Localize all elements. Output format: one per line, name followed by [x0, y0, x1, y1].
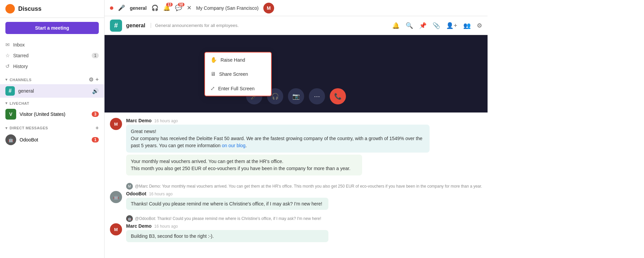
- livechat-label: LIVECHAT: [10, 101, 29, 105]
- user-avatar[interactable]: M: [263, 3, 274, 13]
- app-icon: [5, 4, 15, 13]
- pin-icon[interactable]: 📌: [419, 22, 427, 29]
- sidebar-header: Discuss: [0, 0, 104, 18]
- message-group-2: 🤖 OdooBot 16 hours ago Thanks! Could you…: [110, 191, 482, 210]
- message-bubble-1b: Your monthly meal vouchers arrived. You …: [126, 155, 362, 175]
- notifications-badge: 13: [166, 3, 173, 6]
- channel-mute-icon[interactable]: 🔊: [92, 88, 99, 94]
- channel-description: General announcements for all employees.: [151, 23, 239, 28]
- inbox-label: Inbox: [13, 42, 25, 47]
- channel-general-name: general: [18, 88, 34, 94]
- reply-preview-marc2: 🤖 @OdooBot: Thanks! Could you please rem…: [110, 215, 482, 222]
- message-header-1: Marc Demo 16 hours ago: [126, 118, 482, 123]
- message-author-3: Marc Demo: [126, 223, 151, 229]
- message-author-2: OdooBot: [126, 191, 146, 196]
- channel-hash-icon: #: [5, 86, 15, 96]
- message-header-3: Marc Demo 16 hours ago: [126, 223, 482, 229]
- sidebar: Discuss Start a meeting ✉ Inbox ☆ Starre…: [0, 0, 105, 258]
- raise-hand-label: Raise Hand: [221, 57, 245, 63]
- start-meeting-button[interactable]: Start a meeting: [5, 22, 99, 34]
- global-topbar: 🎤 general 🎧 🔔13 💬58 ✕ My Company (San Fr…: [105, 0, 488, 16]
- blog-link[interactable]: on our blog: [222, 143, 245, 148]
- reply-avatar-odoobot: 🤖: [126, 215, 133, 222]
- microphone-icon[interactable]: 🎤: [118, 4, 125, 11]
- reply-preview-text: M @Marc Demo: Your monthly meal vouchers…: [126, 183, 482, 190]
- sidebar-nav: ✉ Inbox ☆ Starred 1 ↺ History: [0, 38, 104, 73]
- history-label: History: [13, 64, 28, 69]
- channels-label: CHANNELS: [10, 78, 32, 82]
- history-icon: ↺: [5, 63, 10, 69]
- visitor-avatar: V: [5, 109, 16, 120]
- sidebar-item-inbox[interactable]: ✉ Inbox: [0, 39, 104, 50]
- odoobot-avatar: 🤖: [5, 134, 16, 145]
- channels-settings-icon[interactable]: ⚙: [89, 76, 94, 83]
- messages-badge: 58: [178, 3, 184, 6]
- channels-add-icon[interactable]: +: [95, 76, 99, 83]
- message-bubble-3: Building B3, second floor to the right :…: [126, 230, 328, 242]
- share-screen-item[interactable]: 🖥 Share Screen: [205, 67, 271, 81]
- notification-bell-icon[interactable]: 🔔: [392, 22, 400, 29]
- messages-area: M Marc Demo 16 hours ago Great news! Our…: [105, 112, 488, 258]
- reply-text-odoobot: @Marc Demo: Your monthly meal vouchers a…: [135, 184, 482, 189]
- channels-chevron[interactable]: ▾: [5, 77, 8, 82]
- close-call-icon[interactable]: ✕: [187, 4, 192, 11]
- message-time-2: 16 hours ago: [149, 192, 173, 196]
- attachment-icon[interactable]: 📎: [433, 22, 440, 29]
- visitor-badge: 3: [92, 111, 99, 117]
- sidebar-item-history[interactable]: ↺ History: [0, 61, 104, 72]
- messages-icon[interactable]: 💬58: [175, 4, 182, 11]
- livechat-chevron[interactable]: ▾: [5, 101, 8, 105]
- notifications-icon[interactable]: 🔔13: [163, 4, 170, 11]
- end-call-button[interactable]: 📞: [330, 88, 346, 104]
- marc-avatar-1: M: [110, 118, 122, 130]
- video-area: 🎤 🎧 📷 ⋯ 📞 ✋ Raise Hand: [105, 35, 488, 112]
- camera-icon: 📷: [292, 93, 300, 100]
- more-options-button[interactable]: ⋯: [309, 88, 325, 104]
- odoobot-avatar-msg: 🤖: [110, 191, 122, 203]
- marc-avatar-3: M: [110, 223, 122, 235]
- settings-icon[interactable]: ⚙: [477, 22, 482, 29]
- message-bubble-1a: Great news! Our company has received the…: [126, 125, 430, 153]
- enter-full-screen-item[interactable]: ⤢ Enter Full Screen: [205, 81, 271, 96]
- livechat-item-visitor[interactable]: V Visitor (United States) 3: [0, 107, 104, 122]
- reply-text-marc2: @OdooBot: Thanks! Could you please remin…: [135, 216, 321, 221]
- channel-item-general[interactable]: # general 🔊: [0, 84, 104, 98]
- app-title: Discuss: [18, 5, 41, 12]
- dm-add-icon[interactable]: +: [95, 125, 99, 131]
- message-group-1: M Marc Demo 16 hours ago Great news! Our…: [110, 118, 482, 178]
- message-time-1: 16 hours ago: [154, 119, 178, 123]
- sidebar-item-starred[interactable]: ☆ Starred 1: [0, 50, 104, 61]
- dm-actions: +: [95, 125, 99, 131]
- status-dot: [110, 6, 113, 10]
- starred-badge: 1: [92, 53, 99, 58]
- visitor-name: Visitor (United States): [20, 111, 65, 117]
- dropdown-menu: ✋ Raise Hand 🖥 Share Screen ⤢ Enter Full…: [204, 52, 272, 96]
- raise-hand-icon: ✋: [210, 57, 217, 63]
- channel-icon: #: [110, 20, 122, 32]
- livechat-section-header: ▾ LIVECHAT: [0, 98, 104, 107]
- message-content-3: Marc Demo 16 hours ago Building B3, seco…: [126, 223, 482, 242]
- more-icon: ⋯: [314, 93, 320, 100]
- reply-preview-odoobot: M @Marc Demo: Your monthly meal vouchers…: [110, 183, 482, 190]
- dm-item-odoobot[interactable]: 🤖 OdooBot 1: [0, 132, 104, 147]
- reply-avatar-marc: M: [126, 183, 133, 190]
- full-screen-label: Enter Full Screen: [218, 86, 255, 91]
- starred-label: Starred: [13, 53, 29, 58]
- inbox-icon: ✉: [5, 42, 10, 48]
- share-screen-label: Share Screen: [219, 71, 248, 77]
- content-area: 🎤 general 🎧 🔔13 💬58 ✕ My Company (San Fr…: [105, 0, 488, 258]
- add-user-icon[interactable]: 👤+: [446, 22, 457, 29]
- company-name: My Company (San Francisco): [196, 5, 259, 11]
- search-icon[interactable]: 🔍: [406, 22, 413, 29]
- raise-hand-item[interactable]: ✋ Raise Hand: [205, 53, 271, 67]
- odoobot-name: OdooBot: [20, 137, 38, 142]
- dm-section-header: ▾ DIRECT MESSAGES +: [0, 122, 104, 132]
- channel-topbar: # general General announcements for all …: [105, 16, 488, 35]
- members-icon[interactable]: 👥: [463, 22, 471, 29]
- message-content-2: OdooBot 16 hours ago Thanks! Could you p…: [126, 191, 482, 210]
- message-bubble-2: Thanks! Could you please remind me where…: [126, 198, 328, 210]
- channels-actions: ⚙ +: [89, 76, 99, 83]
- camera-button[interactable]: 📷: [288, 88, 304, 104]
- headset-icon[interactable]: 🎧: [151, 4, 158, 11]
- dm-chevron[interactable]: ▾: [5, 126, 8, 130]
